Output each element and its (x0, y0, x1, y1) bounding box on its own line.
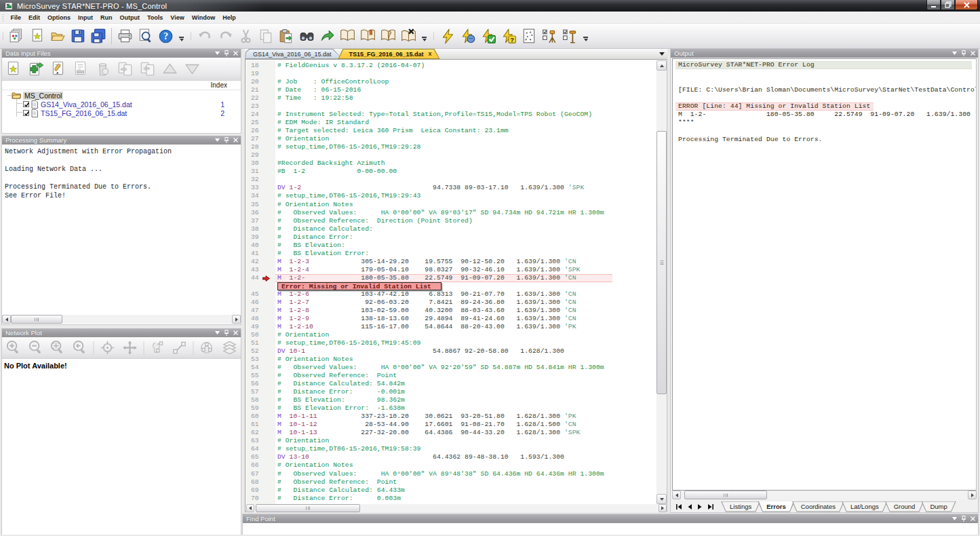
menu-item-output[interactable]: Output (116, 12, 144, 23)
book-close-icon[interactable] (400, 28, 417, 45)
book-turn-icon[interactable] (380, 28, 397, 45)
editor-line-36[interactable]: 36# Observed Values: HA 0°00'00" VA 89°0… (246, 209, 656, 217)
dif-new-icon[interactable] (4, 60, 22, 78)
editor-line-67[interactable]: 67# Observed Values: HA 0°00'00" VA 89°4… (246, 470, 656, 478)
np-pan-icon[interactable] (121, 339, 139, 358)
editor-line-54[interactable]: 54# Observed Values: HA 0°00'00" VA 92°2… (246, 364, 656, 372)
editor-line-65[interactable]: 65DV 13-10 64.4362 89-48-38.10 1.593/1.3… (246, 453, 656, 461)
editor-tab-TS15_FG_2016_06_15.dat[interactable]: TS15_FG_2016_06_15.datx (338, 49, 439, 59)
editor-line-29[interactable]: 29 (246, 151, 656, 159)
editor-line-26[interactable]: 26# Target selected: Leica 360 Prism Lei… (246, 127, 656, 135)
dif-move-up-icon[interactable] (161, 60, 179, 78)
output-tab-coordinates[interactable]: Coordinates (792, 501, 844, 512)
panel-close-icon[interactable] (971, 516, 975, 521)
menu-item-file[interactable]: File (7, 12, 25, 23)
print-icon[interactable] (117, 28, 134, 45)
dif-edit-icon[interactable] (49, 60, 67, 78)
menu-item-window[interactable]: Window (188, 12, 218, 23)
paste-icon[interactable] (278, 28, 295, 45)
panel-menu-icon[interactable] (952, 517, 957, 520)
panel-menu-icon[interactable] (215, 331, 220, 334)
editor-line-30[interactable]: 30#Recorded Backsight Azimuth (246, 159, 656, 168)
editor-line-69[interactable]: 69# Distance Calculated: 64.433m (246, 486, 656, 495)
toolbar-overflow-icon[interactable] (420, 27, 429, 45)
editor-line-60[interactable]: 60M 10-1-11 337-23-10.20 30.0621 93-20-5… (246, 413, 656, 421)
run-plot-icon[interactable] (521, 28, 538, 45)
cut-icon[interactable] (237, 28, 254, 45)
find-point-header[interactable]: Find Point (243, 514, 978, 523)
editor-line-39[interactable]: 39# Distance Error: (246, 233, 656, 242)
dif-copy-icon[interactable] (138, 60, 157, 78)
dif-add-icon[interactable] (26, 60, 45, 78)
output-tab-dump[interactable]: Dump (921, 501, 956, 512)
run-adjustment-icon[interactable] (439, 28, 456, 45)
panel-menu-icon[interactable] (215, 52, 220, 55)
new-file-icon[interactable] (29, 28, 46, 45)
editor-line-66[interactable]: 66# Orientation Notes (246, 461, 656, 470)
book-listing-icon[interactable] (339, 28, 356, 45)
editor-line-35[interactable]: 35# Orientation Notes (246, 201, 656, 209)
new-project-icon[interactable] (9, 28, 26, 45)
editor-line-58[interactable]: 58# BS Elevation: 98.362m (246, 396, 656, 404)
editor-line-41[interactable]: 41# BS Elevation Error: (246, 250, 656, 258)
panel-close-icon[interactable] (233, 330, 238, 335)
instrument-gps-icon[interactable] (562, 28, 579, 45)
editor-line-56[interactable]: 56# Distance Calculated: 54.842m (246, 380, 656, 388)
editor-line-61[interactable]: 61M 10-1-12 28-53-44.90 17.6601 91-08-21… (246, 421, 656, 429)
editor-tab-GS14_Viva_2016_06_15.dat[interactable]: GS14_Viva_2016_06_15.dat (245, 49, 342, 59)
print-preview-icon[interactable] (137, 28, 154, 45)
editor-line-28[interactable]: 28# setup_time,DT06-15-2016,TM19:29:28 (246, 143, 656, 151)
processing-summary-header[interactable]: Processing Summary (2, 136, 241, 145)
menu-item-input[interactable]: Input (75, 12, 97, 23)
dif-remove-icon[interactable] (71, 60, 90, 78)
menubar-grip[interactable] (2, 14, 4, 22)
np-zoom-out-icon[interactable] (26, 339, 45, 358)
toolbar-overflow-icon[interactable] (581, 27, 590, 45)
run-blunder-icon[interactable]: ? (501, 28, 517, 45)
np-layers-icon[interactable] (220, 339, 239, 358)
editor-line-59[interactable]: 59# BS Elevation Error: -1.638m (246, 404, 656, 413)
editor-line-51[interactable]: 51# setup_time,DT06-15-2016,TM19:45:09 (246, 339, 656, 347)
scroll-left-button[interactable] (672, 491, 681, 499)
np-line-icon[interactable] (171, 339, 189, 358)
save-icon[interactable] (70, 28, 87, 45)
tab-list-dropdown-icon[interactable] (659, 52, 665, 56)
editor-line-25[interactable]: 25# EDM Mode: IR Standard (246, 119, 656, 127)
restore-button[interactable] (941, 0, 955, 10)
editor-line-46[interactable]: 46M 1-2-7 92-06-03.20 7.8421 89-24-36.80… (246, 299, 656, 307)
tree-root-label[interactable]: MS_Control (23, 92, 63, 100)
menu-item-edit[interactable]: Edit (25, 12, 44, 23)
processing-summary-hscrollbar[interactable] (2, 315, 241, 324)
editor-line-18[interactable]: 18# FieldGenius v 8.3.17.2 (2016-04-07) (246, 62, 656, 70)
np-network-icon[interactable] (198, 339, 216, 358)
panel-pin-icon[interactable] (224, 330, 229, 336)
dif-delete-icon[interactable] (94, 60, 112, 78)
scroll-up-button[interactable] (656, 60, 667, 71)
toolbar-grip[interactable] (2, 32, 4, 40)
editor-line-47[interactable]: 47M 1-2-8 103-02-59.00 40.3200 88-03-43.… (246, 307, 656, 315)
editor-line-33[interactable]: 33DV 1-2 94.7338 89-03-17.10 1.639/1.300… (246, 184, 656, 192)
scroll-down-button[interactable] (656, 494, 667, 504)
find-icon[interactable] (298, 28, 315, 45)
editor-line-42[interactable]: 42M 1-2-3 305-14-29.20 19.5755 90-12-50.… (246, 258, 656, 266)
np-find-point-icon[interactable] (98, 339, 117, 358)
dif-send-icon[interactable] (116, 60, 134, 78)
panel-close-icon[interactable] (971, 51, 975, 56)
editor-line-62[interactable]: 62M 10-1-13 227-32-20.00 64.4386 90-44-3… (246, 429, 656, 437)
editor-text-area[interactable]: 18# FieldGenius v 8.3.17.2 (2016-04-07)1… (246, 60, 656, 504)
np-zoom-in-icon[interactable] (4, 339, 22, 358)
toolbar-overflow-icon[interactable] (177, 27, 186, 45)
scroll-thumb[interactable] (11, 315, 62, 324)
save-all-icon[interactable] (90, 28, 107, 45)
last-tab-button[interactable] (707, 504, 714, 510)
goto-icon[interactable] (319, 28, 336, 45)
editor-line-70[interactable]: 70# Distance Error: 0.003m (246, 495, 656, 503)
editor-line-45[interactable]: 45M 1-2-6 103-47-42.10 6.8313 90-21-07.7… (246, 290, 656, 299)
editor-line-21[interactable]: 21# Date : 06-15-2016 (246, 86, 656, 94)
toolbar-grip[interactable] (433, 32, 435, 40)
editor-line-37[interactable]: 37# Observed Reference: Direction (Point… (246, 217, 656, 225)
editor-hscrollbar[interactable] (246, 504, 667, 512)
editor-line-52[interactable]: 52DV 10-1 54.8867 92-20-58.80 1.628/1.30… (246, 347, 656, 356)
tree-file-row[interactable]: TS15_FG_2016_06_15.dat (23, 109, 127, 117)
run-datacheck-icon[interactable] (480, 28, 497, 45)
